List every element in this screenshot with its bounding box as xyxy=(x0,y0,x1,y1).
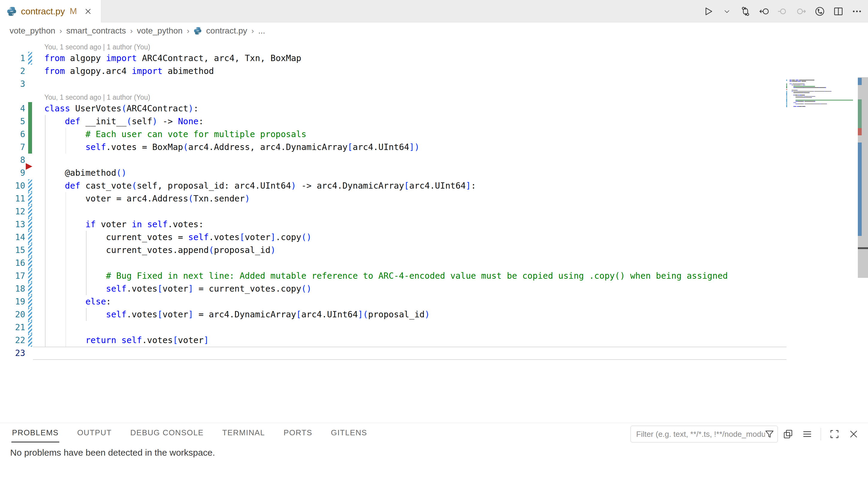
filter-funnel-icon xyxy=(765,429,774,439)
minimap-line xyxy=(794,95,794,96)
indent-guide xyxy=(45,321,45,334)
line-number: 10 xyxy=(0,179,25,192)
minimap-line xyxy=(792,91,793,92)
breadcrumb-item-file[interactable]: contract.py xyxy=(205,26,248,36)
panel-tab-gitlens[interactable]: GITLENS xyxy=(330,423,368,443)
code-line[interactable]: 22return self.votes[voter] xyxy=(0,334,787,347)
code-line[interactable]: 20self.votes[voter] = arc4.DynamicArray[… xyxy=(0,308,787,321)
minimap-modified-mark xyxy=(786,91,787,92)
line-number: 6 xyxy=(0,128,25,141)
next-change-icon[interactable] xyxy=(796,6,807,17)
run-button[interactable] xyxy=(703,6,714,17)
ruler-modified-mark xyxy=(858,78,862,85)
minimap-line xyxy=(803,87,818,88)
gutter-modified-indicator xyxy=(28,244,32,257)
code-line[interactable]: 11voter = arc4.Address(Txn.sender) xyxy=(0,192,787,205)
gitlens-codelens[interactable]: You, 1 second ago | 1 author (You) xyxy=(44,90,643,102)
commit-graph-icon[interactable] xyxy=(814,6,826,17)
run-dropdown-chevron-icon[interactable] xyxy=(721,6,733,17)
panel-tab-debug-console[interactable]: DEBUG CONSOLE xyxy=(130,423,204,443)
more-actions-icon[interactable] xyxy=(851,6,863,17)
gutter-added-indicator xyxy=(28,141,32,154)
gitlens-codelens[interactable]: You, 1 second ago | 1 author (You) xyxy=(44,40,643,52)
minimap-line xyxy=(794,102,796,103)
breadcrumb-item[interactable]: vote_python xyxy=(136,26,184,36)
view-as-table-icon[interactable] xyxy=(782,428,794,440)
gutter-modified-indicator xyxy=(28,282,32,295)
line-number: 11 xyxy=(0,192,25,205)
minimap-line xyxy=(794,86,815,87)
code-line[interactable]: 4class UserVotes(ARC4Contract): xyxy=(0,102,787,115)
panel-tab-ports[interactable]: PORTS xyxy=(283,423,313,443)
code-line[interactable]: 2from algopy.arc4 import abimethod xyxy=(0,65,787,77)
compare-changes-icon[interactable] xyxy=(740,6,751,17)
open-changes-icon[interactable] xyxy=(758,6,770,17)
code-line[interactable]: 7self.votes = BoxMap(arc4.Address, arc4.… xyxy=(0,141,787,154)
close-panel-icon[interactable] xyxy=(848,428,859,440)
minimap-line xyxy=(821,104,826,104)
code-line[interactable]: 5def __init__(self) -> None: xyxy=(0,115,787,128)
indent-guide xyxy=(45,179,45,192)
indent-guide xyxy=(45,192,45,205)
minimap-line xyxy=(805,106,805,107)
line-number: 16 xyxy=(0,257,25,269)
code-line[interactable]: 9@abimethod() xyxy=(0,166,787,179)
code-line[interactable]: 3 xyxy=(0,77,787,90)
minimap-line xyxy=(801,104,803,104)
minimap-line xyxy=(801,101,803,102)
minimap-line xyxy=(792,85,793,86)
indent-guide xyxy=(66,257,66,269)
panel-tab-problems[interactable]: PROBLEMS xyxy=(11,423,59,443)
code-line[interactable]: 19else: xyxy=(0,295,787,308)
tab-contract-py[interactable]: contract.py M xyxy=(0,0,101,23)
collapse-all-icon[interactable] xyxy=(802,428,813,440)
minimap-line xyxy=(794,87,796,88)
overview-ruler-scrollbar[interactable] xyxy=(858,77,868,278)
panel-tab-output[interactable]: OUTPUT xyxy=(77,423,112,443)
code-text: if voter in self.votes: xyxy=(85,218,204,231)
maximize-panel-icon[interactable] xyxy=(829,428,840,440)
minimap-line xyxy=(798,95,799,96)
code-line[interactable]: 21 xyxy=(0,321,787,334)
code-line[interactable]: 8 xyxy=(0,154,787,166)
code-text: current_votes = self.votes[voter].copy() xyxy=(106,231,311,244)
line-number: 3 xyxy=(0,77,25,90)
code-text: voter = arc4.Address(Txn.sender) xyxy=(85,192,250,205)
minimap-modified-mark xyxy=(786,106,787,107)
code-line[interactable]: 23 xyxy=(0,347,787,359)
code-line[interactable]: 12 xyxy=(0,205,787,218)
filter-input[interactable] xyxy=(636,429,765,439)
gutter-modified-indicator xyxy=(28,334,32,347)
tab-close-icon[interactable] xyxy=(84,7,93,16)
gutter-modified-indicator xyxy=(28,179,32,192)
code-editor[interactable]: You, 1 second ago | 1 author (You)1from … xyxy=(0,39,868,423)
code-text: # Bug Fixed in next line: Added mutable … xyxy=(106,269,728,282)
panel-tab-terminal[interactable]: TERMINAL xyxy=(222,423,266,443)
line-number: 9 xyxy=(0,166,25,179)
minimap-line xyxy=(814,96,815,97)
code-line[interactable]: 1from algopy import ARC4Contract, arc4, … xyxy=(0,52,787,65)
problems-filter[interactable] xyxy=(630,426,778,443)
code-line[interactable]: 16 xyxy=(0,257,787,269)
code-line[interactable]: 13if voter in self.votes: xyxy=(0,218,787,231)
indent-guide xyxy=(86,282,87,295)
previous-change-icon[interactable] xyxy=(777,6,788,17)
code-line[interactable]: 6# Each user can vote for multiple propo… xyxy=(0,128,787,141)
minimap[interactable] xyxy=(787,79,856,116)
indent-guide xyxy=(86,257,87,269)
indent-guide xyxy=(45,154,45,166)
breadcrumb-item[interactable]: smart_contracts xyxy=(65,26,127,36)
code-line[interactable]: 17# Bug Fixed in next line: Added mutabl… xyxy=(0,269,787,282)
minimap-line xyxy=(799,106,802,107)
breadcrumb-item[interactable]: vote_python xyxy=(8,26,57,36)
code-line[interactable]: 10def cast_vote(self, proposal_id: arc4.… xyxy=(0,179,787,192)
minimap-line xyxy=(799,95,802,96)
minimap-line xyxy=(802,81,806,82)
code-line[interactable]: 15current_votes.append(proposal_id) xyxy=(0,244,787,257)
gutter-modified-indicator xyxy=(28,52,32,65)
code-line[interactable]: 18self.votes[voter] = current_votes.copy… xyxy=(0,282,787,295)
gutter-modified-indicator xyxy=(28,218,32,231)
code-line[interactable]: 14current_votes = self.votes[voter].copy… xyxy=(0,231,787,244)
breadcrumb-item-symbol[interactable]: ... xyxy=(257,26,266,36)
split-editor-icon[interactable] xyxy=(833,6,844,17)
